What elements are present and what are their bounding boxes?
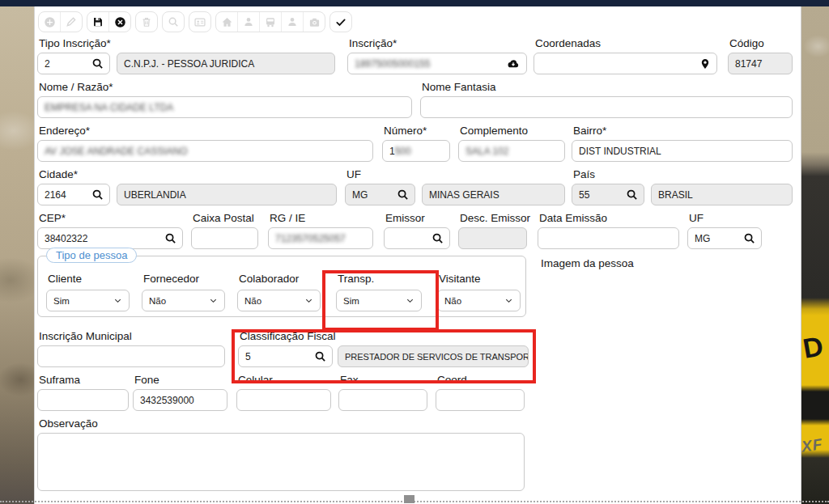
inscricao-label: Inscrição* bbox=[349, 37, 397, 51]
background-photo-left bbox=[0, 6, 34, 504]
nome-razao-value: EMPRESA NA CIDADE LTDA bbox=[45, 102, 173, 113]
celular-input[interactable] bbox=[236, 389, 331, 411]
cancel-button[interactable] bbox=[108, 12, 130, 32]
toolbar-group-search bbox=[162, 11, 185, 32]
classificacao-fiscal-desc-value: PRESTADOR DE SERVICOS DE TRANSPORTE bbox=[345, 352, 529, 362]
codigo-value: 81747 bbox=[735, 58, 762, 70]
fornecedor-value: Não bbox=[149, 296, 166, 306]
chevron-down-icon bbox=[113, 296, 122, 305]
search-icon[interactable] bbox=[91, 188, 104, 201]
suframa-label: Suframa bbox=[39, 374, 80, 388]
bairro-input[interactable]: DIST INDUSTRIAL bbox=[572, 140, 793, 162]
uf-rg-label: UF bbox=[689, 212, 704, 226]
nome-razao-input[interactable]: EMPRESA NA CIDADE LTDA bbox=[37, 96, 412, 118]
truck-marking: D bbox=[801, 332, 825, 362]
pais-code-value: 55 bbox=[579, 189, 589, 201]
nome-razao-label: Nome / Razão* bbox=[39, 81, 113, 95]
complemento-input[interactable]: SALA 102 bbox=[458, 140, 565, 162]
cidade-desc-value: UBERLANDIA bbox=[124, 189, 186, 201]
visitante-select[interactable]: Não bbox=[437, 290, 521, 311]
save-icon bbox=[92, 16, 104, 28]
pais-code-input[interactable]: 55 bbox=[572, 184, 644, 205]
uf-rg-input[interactable]: MG bbox=[687, 227, 762, 249]
suframa-input[interactable] bbox=[37, 389, 129, 411]
uf-rg-value: MG bbox=[695, 233, 710, 244]
numero-input[interactable]: 1 500 bbox=[382, 140, 450, 162]
fax-input[interactable] bbox=[338, 389, 427, 411]
inscricao-municipal-label: Inscrição Municipal bbox=[39, 330, 132, 344]
location-pin-icon[interactable] bbox=[699, 57, 711, 70]
endereco-label: Endereço* bbox=[39, 125, 90, 138]
numero-value-blurred: 500 bbox=[395, 146, 411, 157]
fornecedor-select[interactable]: Não bbox=[142, 290, 225, 311]
bairro-label: Bairro* bbox=[573, 125, 606, 138]
coord-input[interactable] bbox=[436, 389, 525, 411]
transp-label: Transp. bbox=[338, 273, 374, 286]
background-photo-right: D XF bbox=[801, 6, 829, 504]
edit-button[interactable] bbox=[60, 12, 82, 32]
search-icon[interactable] bbox=[626, 188, 638, 201]
camera-button[interactable] bbox=[303, 12, 325, 32]
codigo-label: Código bbox=[729, 37, 764, 51]
classificacao-fiscal-label: Classificação Fiscal bbox=[240, 330, 336, 344]
inscricao-value: 18975005000155 bbox=[355, 58, 430, 70]
complemento-value: SALA 102 bbox=[466, 146, 508, 157]
bottom-splitter-handle[interactable] bbox=[404, 495, 414, 503]
rg-ie-label: RG / IE bbox=[270, 212, 305, 226]
confirm-check-icon bbox=[334, 16, 347, 28]
inscricao-input[interactable]: 18975005000155 bbox=[347, 53, 527, 74]
cidade-desc-field: UBERLANDIA bbox=[117, 184, 337, 205]
cliente-label: Cliente bbox=[48, 273, 82, 286]
home-icon bbox=[221, 16, 233, 28]
add-button[interactable] bbox=[39, 12, 60, 32]
search-icon[interactable] bbox=[91, 57, 104, 70]
transp-select[interactable]: Sim bbox=[336, 290, 422, 311]
pais-desc-field: BRASIL bbox=[651, 184, 793, 205]
observacao-textarea[interactable] bbox=[37, 433, 525, 491]
fone-input[interactable]: 3432539000 bbox=[133, 389, 227, 411]
person-button[interactable] bbox=[237, 12, 259, 32]
classificacao-fiscal-code-input[interactable]: 5 bbox=[238, 345, 333, 367]
caixa-postal-input[interactable] bbox=[191, 227, 258, 249]
colaborador-select[interactable]: Não bbox=[237, 290, 321, 311]
endereco-input[interactable]: AV JOSE ANDRADE CASSIANO bbox=[37, 140, 373, 162]
inscricao-municipal-input[interactable] bbox=[37, 345, 225, 367]
search-icon[interactable] bbox=[397, 188, 409, 201]
search-button[interactable] bbox=[163, 12, 184, 32]
search-icon[interactable] bbox=[743, 232, 755, 244]
person-form-panel: Tipo Inscrição* 2 C.N.P.J. - PESSOA JURI… bbox=[34, 6, 801, 504]
person-button[interactable] bbox=[281, 12, 303, 32]
emissor-input[interactable] bbox=[384, 227, 450, 249]
cliente-select[interactable]: Sim bbox=[46, 290, 130, 311]
numero-label: Número* bbox=[384, 125, 427, 138]
id-card-icon bbox=[193, 16, 206, 28]
tipo-inscricao-code-input[interactable]: 2 bbox=[37, 53, 110, 74]
person-icon bbox=[243, 16, 254, 28]
data-emissao-label: Data Emissão bbox=[539, 212, 607, 226]
search-icon[interactable] bbox=[164, 232, 176, 244]
uf-desc-value: MINAS GERAIS bbox=[429, 189, 500, 201]
nome-fantasia-input[interactable] bbox=[420, 96, 793, 118]
vehicle-button[interactable] bbox=[259, 12, 281, 32]
search-icon[interactable] bbox=[314, 350, 326, 362]
fone-label: Fone bbox=[134, 374, 159, 388]
camera-icon bbox=[308, 16, 321, 28]
cidade-code-input[interactable]: 2164 bbox=[37, 184, 110, 205]
uf-desc-field: MINAS GERAIS bbox=[422, 184, 565, 205]
confirm-button[interactable] bbox=[330, 12, 351, 32]
desc-emissor-label: Desc. Emissor bbox=[460, 212, 530, 226]
cloud-download-icon[interactable] bbox=[506, 57, 521, 70]
tipo-inscricao-desc-field: C.N.P.J. - PESSOA JURIDICA bbox=[117, 53, 335, 74]
id-card-button[interactable] bbox=[189, 12, 210, 32]
coordenadas-input[interactable] bbox=[534, 53, 717, 74]
rg-ie-input[interactable]: 7123570525057 bbox=[268, 227, 373, 249]
search-icon[interactable] bbox=[432, 232, 444, 244]
save-button[interactable] bbox=[87, 12, 108, 32]
delete-button[interactable] bbox=[136, 12, 157, 32]
form-row: Suframa Fone 3432539000 Celular Fax bbox=[35, 374, 802, 417]
home-button[interactable] bbox=[216, 12, 237, 32]
data-emissao-input[interactable] bbox=[538, 227, 679, 249]
cep-input[interactable]: 38402322 bbox=[37, 227, 183, 249]
uf-code-input[interactable]: MG bbox=[345, 184, 415, 205]
complemento-label: Complemento bbox=[460, 125, 528, 138]
